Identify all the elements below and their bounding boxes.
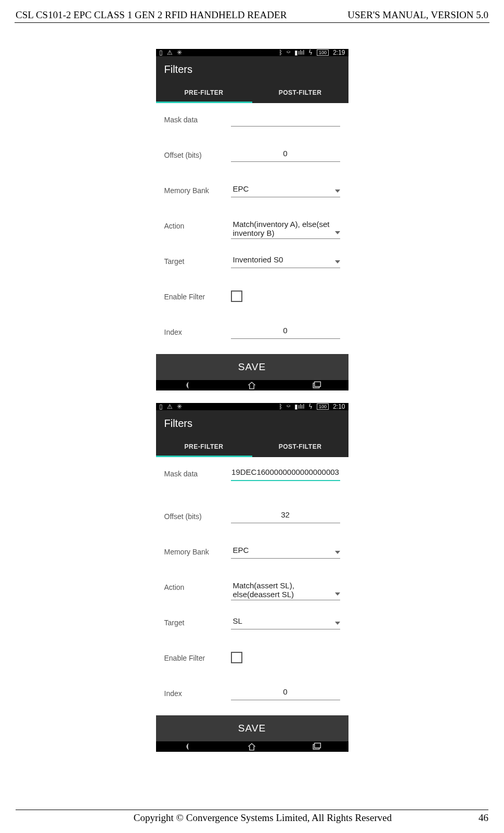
recent-icon[interactable] xyxy=(311,380,321,390)
recent-icon[interactable] xyxy=(311,741,321,752)
chevron-down-icon xyxy=(335,190,340,193)
nav-bar xyxy=(156,380,348,390)
bt-icon: ᛒ xyxy=(279,403,282,410)
chevron-down-icon xyxy=(335,231,340,234)
target-label: Target xyxy=(164,254,231,266)
chevron-down-icon xyxy=(335,551,340,554)
android-icon: ✳ xyxy=(177,49,182,56)
screenshot-2: ▯ ⚠ ✳ ᛒ ⌔ ▮ılıl ϟ 100 2:10 Filters PRE-F… xyxy=(156,403,348,736)
index-input[interactable]: 0 xyxy=(231,686,340,700)
bolt-icon: ϟ xyxy=(308,49,313,56)
app-title: Filters xyxy=(156,56,348,83)
mask-data-input[interactable] xyxy=(231,112,340,127)
target-label: Target xyxy=(164,615,231,627)
action-select[interactable]: Match(assert SL), else(deassert SL) xyxy=(231,580,340,600)
status-time: 2:10 xyxy=(333,403,345,410)
warning-icon: ⚠ xyxy=(167,49,173,56)
offset-input[interactable]: 32 xyxy=(231,509,340,523)
bt-icon: ᛒ xyxy=(279,49,282,56)
save-button[interactable]: SAVE xyxy=(156,354,348,380)
action-select[interactable]: Match(inventory A), else(set inventory B… xyxy=(231,219,340,239)
action-label: Action xyxy=(164,219,231,230)
chevron-down-icon xyxy=(335,592,340,596)
memory-bank-select[interactable]: EPC xyxy=(231,183,340,197)
mask-data-input[interactable]: 19DEC1600000000000000003 xyxy=(231,466,340,481)
form: Mask data Offset (bits) 0 Memory Bank EP… xyxy=(156,103,348,354)
memory-bank-label: Memory Bank xyxy=(164,183,231,195)
index-label: Index xyxy=(164,325,231,336)
memory-bank-label: Memory Bank xyxy=(164,545,231,556)
chevron-down-icon xyxy=(335,260,340,263)
enable-filter-checkbox[interactable] xyxy=(231,652,242,663)
wifi-icon: ⌔ xyxy=(287,403,290,410)
status-bar: ▯ ⚠ ✳ ᛒ ⌔ ▮ılıl ϟ 100 2:19 xyxy=(156,49,348,56)
nav-bar xyxy=(156,741,348,752)
header-left: CSL CS101-2 EPC CLASS 1 GEN 2 RFID HANDH… xyxy=(16,9,287,21)
tabs: PRE-FILTER POST-FILTER xyxy=(156,437,348,457)
target-select[interactable]: SL xyxy=(231,615,340,629)
screenshots-container: ▯ ⚠ ✳ ᛒ ⌔ ▮ılıl ϟ 100 2:19 Filters PRE-F… xyxy=(0,49,504,736)
sim-icon: ▯ xyxy=(159,403,163,410)
footer-rule xyxy=(16,810,488,810)
footer-page-number: 46 xyxy=(479,812,488,824)
status-bar: ▯ ⚠ ✳ ᛒ ⌔ ▮ılıl ϟ 100 2:10 xyxy=(156,403,348,410)
wifi-icon: ⌔ xyxy=(287,49,290,56)
enable-filter-label: Enable Filter xyxy=(164,289,231,301)
home-icon[interactable] xyxy=(247,380,257,390)
signal-icon: ▮ılıl xyxy=(294,49,304,56)
back-icon[interactable] xyxy=(183,741,193,752)
page-header: CSL CS101-2 EPC CLASS 1 GEN 2 RFID HANDH… xyxy=(0,0,504,22)
target-select[interactable]: Inventoried S0 xyxy=(231,254,340,268)
save-button[interactable]: SAVE xyxy=(156,715,348,741)
action-label: Action xyxy=(164,580,231,591)
status-time: 2:19 xyxy=(333,49,345,56)
memory-bank-select[interactable]: EPC xyxy=(231,545,340,559)
signal-icon: ▮ılıl xyxy=(294,403,304,410)
offset-label: Offset (bits) xyxy=(164,509,231,521)
tab-pre-filter[interactable]: PRE-FILTER xyxy=(156,83,252,103)
bolt-icon: ϟ xyxy=(308,403,313,410)
warning-icon: ⚠ xyxy=(167,403,173,410)
battery-icon: 100 xyxy=(317,49,329,56)
enable-filter-label: Enable Filter xyxy=(164,651,231,662)
tab-post-filter[interactable]: POST-FILTER xyxy=(252,83,348,103)
index-label: Index xyxy=(164,686,231,698)
tab-post-filter[interactable]: POST-FILTER xyxy=(252,437,348,457)
offset-label: Offset (bits) xyxy=(164,148,231,159)
home-icon[interactable] xyxy=(247,741,257,752)
svg-rect-3 xyxy=(314,743,320,748)
footer-copyright: Copyright © Convergence Systems Limited,… xyxy=(16,812,479,824)
header-right: USER'S MANUAL, VERSION 5.0 xyxy=(347,9,488,21)
svg-rect-1 xyxy=(314,382,320,386)
screenshot-1: ▯ ⚠ ✳ ᛒ ⌔ ▮ılıl ϟ 100 2:19 Filters PRE-F… xyxy=(156,49,348,382)
form: Mask data 19DEC1600000000000000003 Offse… xyxy=(156,457,348,715)
mask-data-label: Mask data xyxy=(164,466,231,478)
android-icon: ✳ xyxy=(177,403,182,410)
mask-data-label: Mask data xyxy=(164,112,231,124)
enable-filter-checkbox[interactable] xyxy=(231,291,242,302)
page-footer: Copyright © Convergence Systems Limited,… xyxy=(0,810,504,824)
tab-pre-filter[interactable]: PRE-FILTER xyxy=(156,437,252,457)
app-title: Filters xyxy=(156,410,348,437)
battery-icon: 100 xyxy=(317,403,329,410)
index-input[interactable]: 0 xyxy=(231,325,340,339)
tabs: PRE-FILTER POST-FILTER xyxy=(156,83,348,103)
header-rule xyxy=(15,22,489,23)
offset-input[interactable]: 0 xyxy=(231,148,340,162)
sim-icon: ▯ xyxy=(159,49,163,56)
back-icon[interactable] xyxy=(183,380,193,390)
chevron-down-icon xyxy=(335,622,340,625)
